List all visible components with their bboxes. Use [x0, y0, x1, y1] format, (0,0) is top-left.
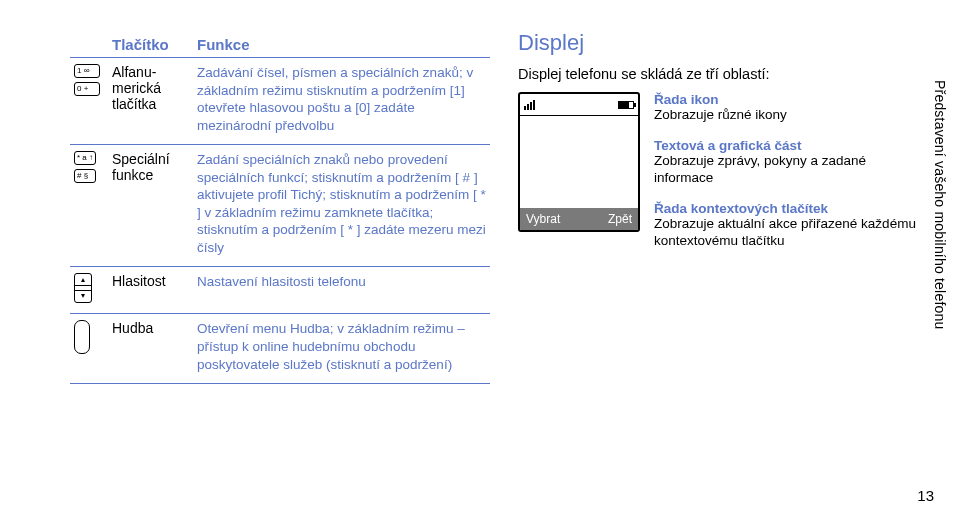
- table-header-button: Tlačítko: [108, 30, 193, 58]
- region-desc: Zobrazuje aktuální akce přiřazené každém…: [654, 216, 918, 250]
- display-intro: Displej telefonu se skládá ze tří oblast…: [518, 66, 918, 82]
- table-row: ▴▾ Hlasitost Nastavení hlasitosti telefo…: [70, 267, 490, 314]
- region-title: Řada kontextových tlačítek: [654, 201, 918, 216]
- key-star-icon: * a ↑: [74, 151, 96, 165]
- table-row: Hudba Otevření menu Hudba; v základním r…: [70, 314, 490, 384]
- row-desc: Nastavení hlasitosti telefonu: [193, 267, 490, 314]
- row-desc: Zadání speciálních znaků nebo provedení …: [193, 145, 490, 267]
- section-tab: Představení vašeho mobilního telefonu: [932, 80, 948, 329]
- softkey-left: Vybrat: [526, 212, 560, 226]
- row-label: Speciální funkce: [108, 145, 193, 267]
- table-row: 1 ∞ 0 + Alfanu­merická tlačítka Zadávání…: [70, 58, 490, 145]
- volume-key-icon: ▴▾: [74, 273, 92, 303]
- row-desc: Otevření menu Hudba; v základním režimu …: [193, 314, 490, 384]
- region-desc: Zobrazuje zprávy, pokyny a zadané inform…: [654, 153, 918, 187]
- region-title: Textová a grafická část: [654, 138, 918, 153]
- display-region-label: Řada ikon Zobrazuje různé ikony: [654, 92, 918, 124]
- phone-screen-illustration: Vybrat Zpět: [518, 92, 640, 232]
- page-number: 13: [917, 487, 934, 504]
- table-row: * a ↑ # § Speciální funkce Zadání speciá…: [70, 145, 490, 267]
- key-0-icon: 0 +: [74, 82, 100, 96]
- music-key-icon: [74, 320, 90, 354]
- display-title: Displej: [518, 30, 918, 56]
- display-region-label: Textová a grafická část Zobrazuje zprávy…: [654, 138, 918, 187]
- region-desc: Zobrazuje různé ikony: [654, 107, 918, 124]
- softkey-right: Zpět: [608, 212, 632, 226]
- signal-icon: [524, 100, 535, 110]
- display-region-label: Řada kontextových tlačítek Zobrazuje akt…: [654, 201, 918, 250]
- row-desc: Zadávání čísel, písmen a speciálních zna…: [193, 58, 490, 145]
- row-label: Alfanu­merická tlačítka: [108, 58, 193, 145]
- row-label: Hudba: [108, 314, 193, 384]
- key-1-icon: 1 ∞: [74, 64, 100, 78]
- key-hash-icon: # §: [74, 169, 96, 183]
- row-label: Hlasitost: [108, 267, 193, 314]
- region-title: Řada ikon: [654, 92, 918, 107]
- table-header-function: Funkce: [193, 30, 490, 58]
- battery-icon: [618, 101, 634, 109]
